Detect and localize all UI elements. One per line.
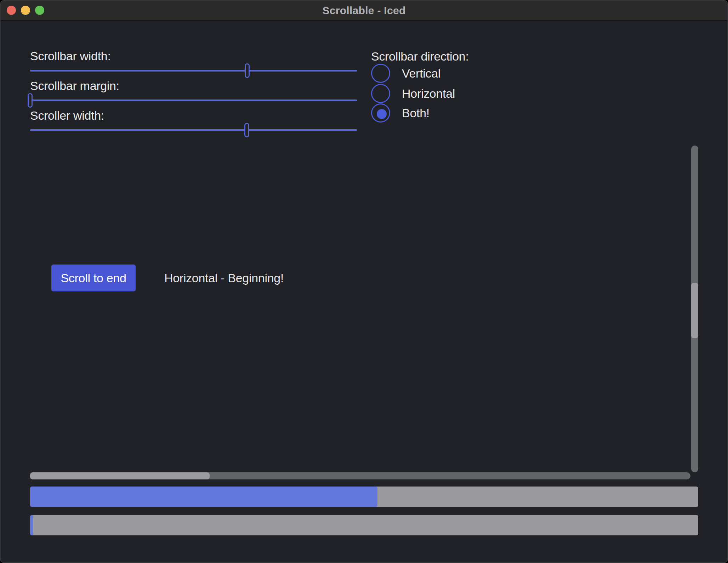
scrollbar-margin-slider[interactable]	[30, 92, 357, 108]
scroll-to-end-button[interactable]: Scroll to end	[51, 265, 136, 291]
scrollbar-width-slider[interactable]	[30, 63, 357, 78]
vertical-progress-bar	[30, 515, 698, 535]
slider-handle[interactable]	[244, 123, 249, 137]
radio-circle-icon[interactable]	[371, 64, 390, 83]
radio-selected-dot-icon	[377, 109, 387, 119]
slider-label: Scrollbar width:	[30, 50, 111, 63]
slider-handle[interactable]	[245, 63, 250, 78]
radio-label[interactable]: Horizontal	[402, 84, 455, 103]
horizontal-scrollbar-thumb[interactable]	[30, 472, 210, 479]
slider-rail[interactable]	[30, 70, 357, 72]
window-title: Scrollable - Iced	[1, 1, 727, 20]
slider-label: Scrollbar margin:	[30, 79, 119, 92]
horizontal-scrollbar-track[interactable]	[30, 472, 690, 479]
radio-label[interactable]: Vertical	[402, 64, 440, 83]
scroll-status-text: Horizontal - Beginning!	[164, 265, 284, 291]
radio-label[interactable]: Both!	[402, 103, 430, 123]
vertical-scrollbar-track[interactable]	[691, 146, 698, 472]
radio-circle-icon[interactable]	[371, 103, 390, 123]
slider-handle[interactable]	[28, 93, 33, 108]
radio-circle-icon[interactable]	[371, 84, 390, 103]
slider-rail[interactable]	[30, 99, 357, 101]
titlebar: Scrollable - Iced	[1, 1, 727, 21]
vertical-scrollbar-thumb[interactable]	[691, 283, 698, 338]
slider-rail[interactable]	[30, 129, 357, 131]
horizontal-progress-bar	[30, 487, 698, 507]
app-window: Scrollable - Iced Scrollbar width:Scroll…	[0, 0, 728, 563]
progress-fill	[30, 515, 33, 535]
direction-label: Scrollbar direction:	[371, 50, 469, 63]
slider-label: Scroller width:	[30, 109, 104, 122]
progress-fill	[30, 487, 377, 507]
scroller-width-slider[interactable]	[30, 122, 357, 138]
